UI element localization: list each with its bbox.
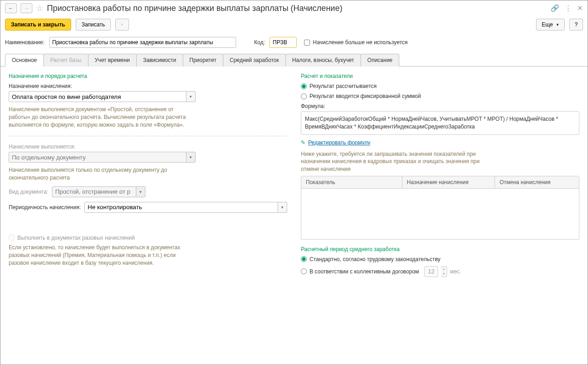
pencil-icon: ✎ [301,139,305,146]
oneoff-hint: Если установлено, то начисление будет вы… [9,244,191,267]
tab-avg[interactable]: Средний заработок [223,54,286,67]
radio-calculated[interactable] [301,83,307,89]
titlebar: ← → ☆ Приостановка работы по причине зад… [0,0,588,16]
report-button[interactable] [115,19,129,31]
period-select[interactable] [84,202,278,213]
kebab-icon[interactable]: ⋮ [565,4,572,12]
report-icon [121,21,123,28]
assign-select[interactable] [9,91,186,102]
assign-dropdown-button[interactable]: ▾ [186,91,196,102]
forward-button[interactable]: → [21,3,32,13]
radio-collective[interactable] [301,268,307,274]
help-button[interactable]: ? [569,19,583,31]
th-assignment: Назначение начисления [402,176,495,188]
radio-fixed[interactable] [301,93,307,99]
link-icon[interactable]: 🔗 [551,4,559,12]
radio-standard[interactable] [301,256,307,262]
radio-collective-label: В соответствии с коллективным договором [309,268,419,275]
back-button[interactable]: ← [5,3,17,13]
save-button[interactable]: Записать [76,19,111,31]
favorite-icon[interactable]: ☆ [36,3,43,13]
period-label: Периодичность начисления: [9,204,81,211]
name-input[interactable] [49,37,236,48]
doctype-select [52,186,136,197]
tab-priority[interactable]: Приоритет [183,54,223,67]
exec-label: Начисление выполняется: [9,144,287,150]
formula-box: Макс(СреднийЗаработокОбщий * НормаДнейЧа… [301,111,579,135]
assign-label: Назначение начисления: [9,83,287,89]
exec-dropdown-button: ▾ [186,152,196,163]
th-cancel: Отмена начисления [495,176,579,188]
not-used-checkbox[interactable] [304,40,310,46]
save-close-button[interactable]: Записать и закрыть [5,19,71,31]
tab-tax[interactable]: Налоги, взносы, бухучет [285,54,361,67]
svg-rect-0 [122,24,123,25]
window-title: Приостановка работы по причине задержки … [47,4,547,13]
exec-select [9,152,186,163]
radio-calculated-label: Результат рассчитывается [309,83,377,89]
window: ← → ☆ Приостановка работы по причине зад… [0,0,588,365]
formula-label: Формула: [301,103,579,109]
not-used-label: Начисление больше не используется [313,39,407,46]
name-label: Наименование: [5,39,45,46]
assign-hint: Начисление выполняется документом «Прост… [9,106,191,129]
doctype-label: Вид документа: [9,189,48,195]
more-button[interactable]: Еще [536,19,565,31]
right-section-title: Расчет и показатели [301,73,579,79]
code-input[interactable] [269,37,297,48]
tab-desc[interactable]: Описание [361,54,399,67]
avg-period-title: Расчетный период среднего заработка [301,246,579,252]
close-icon[interactable]: ✕ [577,4,583,12]
left-section-title: Назначение и порядок расчета [9,73,287,79]
code-label: Код: [254,39,265,46]
tab-main[interactable]: Основное [5,54,44,67]
header-fields: Наименование: Код: Начисление больше не … [0,33,588,51]
right-column: Расчет и показатели Результат рассчитыва… [301,73,579,358]
indicators-table[interactable]: Показатель Назначение начисления Отмена … [301,176,579,240]
tab-base[interactable]: Расчет базы [43,54,88,67]
divider [9,136,287,136]
months-spinner: ▲▼ [441,266,447,277]
th-indicator: Показатель [301,176,402,188]
left-column: Назначение и порядок расчета Назначение … [9,73,287,358]
radio-fixed-label: Результат вводится фиксированной суммой [309,93,421,99]
toolbar: Записать и закрыть Записать Еще ? [0,16,588,33]
oneoff-checkbox [9,235,15,241]
tab-time[interactable]: Учет времени [88,54,137,67]
oneoff-label: Выполнять в документах разовых начислени… [17,235,135,241]
doctype-dropdown-button: ▾ [136,186,145,197]
period-dropdown-button[interactable]: ▾ [278,202,287,213]
exec-hint: Начисление выполняется только по отдельн… [9,166,191,182]
tab-deps[interactable]: Зависимости [136,54,183,67]
edit-formula-link[interactable]: Редактировать формулу [308,139,371,146]
radio-standard-label: Стандартно, согласно трудовому законодат… [309,256,440,262]
indicators-hint: Ниже укажите, требуется ли запрашивать з… [301,150,483,173]
months-suffix: мес. [450,268,461,275]
content: Назначение и порядок расчета Назначение … [0,67,588,365]
months-input [424,266,438,277]
tabs: Основное Расчет базы Учет времени Зависи… [0,53,588,67]
